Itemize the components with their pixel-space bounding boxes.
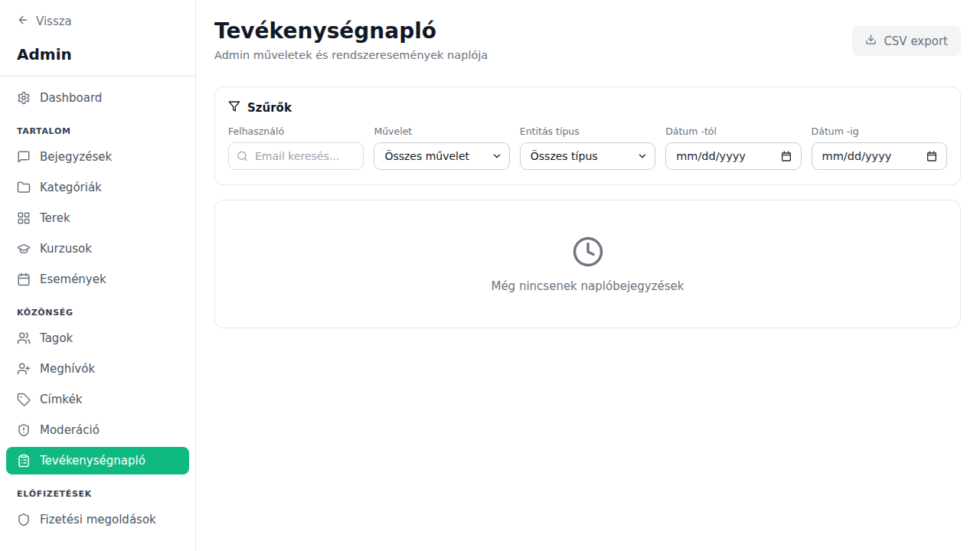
clock-icon [572,236,604,268]
calendar-picker-icon[interactable] [780,150,792,162]
sidebar-item-esemenyek[interactable]: Események [6,266,189,293]
sidebar-item-fizetesi-megoldasok[interactable]: Fizetési megoldások [6,506,189,533]
sidebar-item-label: Tevékenységnapló [40,454,145,468]
date-from-value: mm/dd/yyyy [676,150,746,162]
sidebar-item-label: Dashboard [40,91,102,105]
filter-label-action: Művelet [374,126,509,137]
filter-field-action: Művelet Összes művelet [374,126,509,170]
empty-state-message: Még nincsenek naplóbejegyzések [491,279,684,293]
sidebar-item-label: Terek [40,211,70,225]
empty-state-card: Még nincsenek naplóbejegyzések [214,200,961,328]
csv-export-label: CSV export [884,34,948,48]
sidebar-title: Admin [17,45,183,64]
back-label: Vissza [36,15,72,28]
sidebar-header: Vissza Admin [0,0,195,77]
filter-label-date-to: Dátum -ig [812,126,947,137]
entity-type-select[interactable]: Összes típus [520,142,655,170]
sidebar-item-label: Fizetési megoldások [40,513,156,527]
gear-icon [17,91,31,105]
sidebar-item-label: Kategóriák [40,181,102,194]
sidebar-item-label: Bejegyzések [40,150,112,164]
date-to-input[interactable]: mm/dd/yyyy [812,142,947,170]
page-title: Tevékenységnapló [214,19,488,44]
sidebar-item-label: Tagok [40,331,73,345]
tag-icon [17,393,31,406]
filter-field-entity-type: Entitás típus Összes típus [520,126,655,170]
filter-label-date-from: Dátum -tól [665,126,801,137]
sidebar-section-tartalom: TARTALOM [6,115,189,143]
admin-sidebar: Vissza Admin Dashboard TARTALOM Bejegyzé… [0,0,196,551]
date-from-input[interactable]: mm/dd/yyyy [665,142,801,170]
entity-type-select-control: Összes típus [520,142,655,170]
user-plus-icon [17,362,31,376]
sidebar-item-kategoriak[interactable]: Kategóriák [6,174,189,201]
graduation-cap-icon [17,242,31,256]
sidebar-item-label: Meghívók [40,362,95,376]
main-content: Tevékenységnapló Admin műveletek és rend… [196,0,980,551]
shield-alert-icon [17,423,31,437]
message-square-icon [17,150,31,164]
date-to-value: mm/dd/yyyy [822,150,892,162]
grid-icon [17,211,31,225]
sidebar-section-kozonseg: KÖZÖNSÉG [6,296,189,324]
filter-label-user: Felhasználó [228,126,364,137]
sidebar-item-cimkek[interactable]: Címkék [6,386,189,413]
filters-grid: Felhasználó Művelet Összes művelet [228,126,947,170]
user-search-control [228,142,364,170]
sidebar-item-dashboard[interactable]: Dashboard [6,84,189,112]
sidebar-item-meghivok[interactable]: Meghívók [6,355,189,383]
action-select-control: Összes művelet [374,142,509,170]
back-link[interactable]: Vissza [17,14,72,29]
sidebar-item-terek[interactable]: Terek [6,204,189,232]
filter-field-user: Felhasználó [228,126,364,170]
filter-label-entity-type: Entitás típus [520,126,655,137]
sidebar-item-label: Események [40,272,106,286]
filters-card: Szűrők Felhasználó Művelet Összes művele… [214,86,961,185]
calendar-icon [17,272,31,286]
sidebar-item-tagok[interactable]: Tagok [6,324,189,352]
page-header: Tevékenységnapló Admin műveletek és rend… [214,19,961,61]
sidebar-item-label: Moderáció [40,423,100,437]
sidebar-item-label: Címkék [40,393,82,406]
arrow-left-icon [17,14,29,29]
clipboard-list-icon [17,454,31,468]
sidebar-item-label: Kurzusok [40,242,92,256]
shield-icon [17,513,31,527]
filters-title-row: Szűrők [228,100,947,116]
sidebar-item-bejegyzesek[interactable]: Bejegyzések [6,143,189,171]
csv-export-button[interactable]: CSV export [852,26,961,56]
download-icon [865,34,877,48]
sidebar-item-tevekenysegnaplo[interactable]: Tevékenységnapló [6,447,189,474]
page-header-text: Tevékenységnapló Admin műveletek és rend… [214,19,488,61]
email-search-input[interactable] [228,142,364,170]
filter-field-date-to: Dátum -ig mm/dd/yyyy [812,126,947,170]
filters-title: Szűrők [247,101,292,115]
sidebar-item-kurzusok[interactable]: Kurzusok [6,235,189,262]
page-subtitle: Admin műveletek és rendszeresemények nap… [214,49,488,61]
calendar-picker-icon[interactable] [926,150,938,162]
sidebar-section-elofizetesek: ELŐFIZETÉSEK [6,478,189,506]
action-select[interactable]: Összes művelet [374,142,509,170]
sidebar-item-moderacio[interactable]: Moderáció [6,416,189,444]
folder-icon [17,181,31,194]
users-icon [17,331,31,345]
filter-field-date-from: Dátum -tól mm/dd/yyyy [665,126,801,170]
filter-funnel-icon [228,100,240,116]
sidebar-nav: Dashboard TARTALOM Bejegyzések Kategóriá… [0,77,195,544]
